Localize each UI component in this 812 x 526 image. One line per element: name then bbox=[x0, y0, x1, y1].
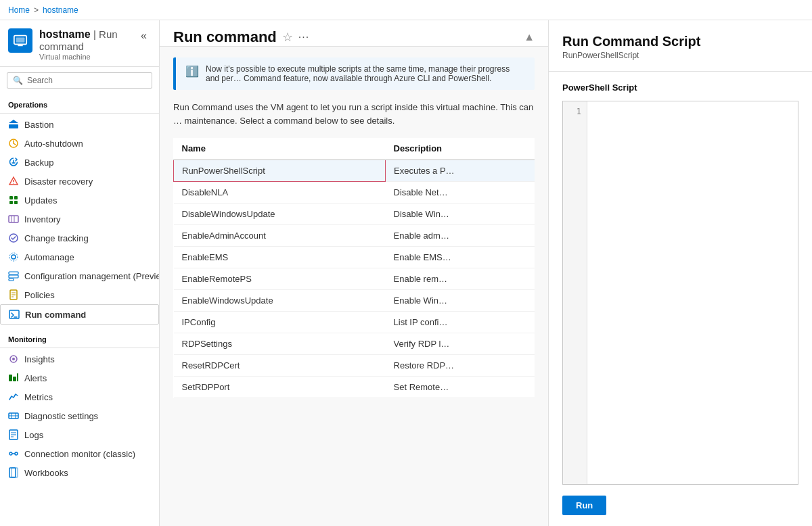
section-divider-monitoring bbox=[0, 348, 159, 348]
policies-icon bbox=[8, 289, 19, 300]
row-description: Set Remote… bbox=[386, 377, 535, 398]
sidebar-item-configuration-management[interactable]: Configuration management (Preview) bbox=[0, 266, 159, 285]
col-name: Name bbox=[174, 138, 386, 160]
row-name: EnableWindowsUpdate bbox=[174, 290, 386, 312]
page-title: Run command bbox=[173, 28, 277, 46]
right-panel-body: PowerShell Script 1 Run bbox=[549, 72, 812, 526]
svg-point-32 bbox=[12, 358, 15, 360]
sidebar-title-area: hostname | Run command Virtual machine bbox=[39, 28, 130, 61]
table-row[interactable]: EnableEMSEnable EMS… bbox=[174, 247, 535, 268]
info-banner: ℹ️ Now it's possible to execute multiple… bbox=[173, 57, 535, 90]
col-description: Description bbox=[386, 138, 535, 160]
breadcrumb-current[interactable]: hostname bbox=[43, 5, 78, 15]
table-row[interactable]: IPConfigList IP confi… bbox=[174, 312, 535, 333]
svg-rect-4 bbox=[9, 124, 18, 128]
row-description: Disable Net… bbox=[386, 182, 535, 204]
search-box[interactable]: 🔍 Search bbox=[7, 72, 152, 89]
row-description: Enable Win… bbox=[386, 290, 535, 312]
sidebar-item-diagnostic-settings[interactable]: Diagnostic settings bbox=[0, 406, 159, 425]
sidebar-item-alerts[interactable]: Alerts bbox=[0, 368, 159, 387]
sidebar-item-auto-shutdown-label: Auto-shutdown bbox=[24, 139, 83, 149]
table-row[interactable]: EnableAdminAccountEnable adm… bbox=[174, 225, 535, 247]
bastion-icon bbox=[8, 119, 19, 130]
sidebar-item-disaster-recovery[interactable]: Disaster recovery bbox=[0, 172, 159, 191]
script-textarea[interactable] bbox=[587, 101, 798, 484]
sidebar-item-run-command[interactable]: Run command bbox=[0, 304, 159, 325]
insights-icon bbox=[8, 354, 19, 364]
sidebar-item-disaster-recovery-label: Disaster recovery bbox=[24, 176, 93, 187]
table-row[interactable]: ResetRDPCertRestore RDP… bbox=[174, 355, 535, 377]
table-row[interactable]: RunPowerShellScriptExecutes a P… bbox=[174, 160, 535, 182]
change-tracking-icon bbox=[8, 233, 19, 243]
sidebar-item-backup[interactable]: Backup bbox=[0, 153, 159, 172]
sidebar-item-change-tracking[interactable]: Change tracking bbox=[0, 229, 159, 247]
sidebar-item-automanage[interactable]: Automanage bbox=[0, 247, 159, 266]
svg-rect-1 bbox=[16, 37, 25, 42]
svg-rect-48 bbox=[12, 468, 18, 477]
main-layout: hostname | Run command Virtual machine «… bbox=[0, 20, 812, 526]
sidebar: hostname | Run command Virtual machine «… bbox=[0, 20, 160, 526]
sidebar-header: hostname | Run command Virtual machine « bbox=[0, 20, 159, 67]
auto-shutdown-icon bbox=[8, 138, 19, 149]
diagnostic-icon bbox=[8, 410, 19, 421]
row-name: EnableAdminAccount bbox=[174, 225, 386, 247]
logs-icon bbox=[8, 429, 19, 440]
row-description: Enable adm… bbox=[386, 225, 535, 247]
more-button[interactable]: ··· bbox=[298, 31, 309, 43]
sidebar-item-change-tracking-label: Change tracking bbox=[24, 233, 89, 243]
breadcrumb-home[interactable]: Home bbox=[8, 5, 30, 15]
sidebar-item-policies-label: Policies bbox=[24, 290, 55, 300]
sidebar-item-bastion[interactable]: Bastion bbox=[0, 115, 159, 134]
sidebar-item-workbooks[interactable]: Workbooks bbox=[0, 463, 159, 482]
row-name: EnableEMS bbox=[174, 247, 386, 268]
config-icon bbox=[8, 270, 19, 281]
table-row[interactable]: EnableWindowsUpdateEnable Win… bbox=[174, 290, 535, 312]
sidebar-item-backup-label: Backup bbox=[24, 158, 53, 168]
page-description: Run Command uses the VM agent to let you… bbox=[160, 101, 548, 138]
sidebar-item-connection-monitor[interactable]: Connection monitor (classic) bbox=[0, 444, 159, 463]
search-icon: 🔍 bbox=[13, 76, 23, 85]
breadcrumb: Home > hostname bbox=[8, 5, 78, 15]
row-name: IPConfig bbox=[174, 312, 386, 333]
svg-rect-24 bbox=[9, 279, 14, 281]
table-row[interactable]: DisableNLADisable Net… bbox=[174, 182, 535, 204]
sidebar-item-configuration-management-label: Configuration management (Preview) bbox=[24, 271, 159, 281]
section-operations: Operations bbox=[0, 94, 159, 112]
row-description: Executes a P… bbox=[386, 160, 535, 182]
sidebar-item-metrics-label: Metrics bbox=[24, 392, 53, 402]
row-description: List IP confi… bbox=[386, 312, 535, 333]
svg-point-11 bbox=[13, 183, 14, 183]
sidebar-item-policies[interactable]: Policies bbox=[0, 285, 159, 304]
sidebar-item-workbooks-label: Workbooks bbox=[24, 468, 68, 478]
star-button[interactable]: ☆ bbox=[282, 30, 293, 45]
workbooks-icon bbox=[8, 467, 19, 478]
sidebar-vm-name: hostname | Run command bbox=[39, 28, 130, 53]
row-name: SetRDPPort bbox=[174, 377, 386, 398]
collapse-button[interactable]: « bbox=[137, 28, 151, 43]
search-container: 🔍 Search bbox=[0, 67, 159, 94]
sidebar-item-logs[interactable]: Logs bbox=[0, 425, 159, 444]
table-row[interactable]: EnableRemotePSEnable rem… bbox=[174, 268, 535, 290]
sidebar-item-inventory-label: Inventory bbox=[24, 214, 60, 224]
code-editor: 1 bbox=[562, 101, 798, 485]
sidebar-item-inventory[interactable]: Inventory bbox=[0, 210, 159, 229]
sidebar-item-auto-shutdown[interactable]: Auto-shutdown bbox=[0, 134, 159, 153]
table-row[interactable]: RDPSettingsVerify RDP l… bbox=[174, 333, 535, 355]
sidebar-item-alerts-label: Alerts bbox=[24, 373, 47, 383]
row-name: RunPowerShellScript bbox=[174, 160, 386, 182]
row-name: ResetRDPCert bbox=[174, 355, 386, 377]
sidebar-item-insights-label: Insights bbox=[24, 354, 55, 364]
row-name: DisableWindowsUpdate bbox=[174, 204, 386, 225]
alerts-icon bbox=[8, 373, 19, 383]
svg-rect-23 bbox=[9, 275, 18, 278]
sidebar-vm-subtitle: Virtual machine bbox=[39, 53, 130, 61]
sidebar-item-updates[interactable]: Updates bbox=[0, 191, 159, 210]
table-row[interactable]: SetRDPPortSet Remote… bbox=[174, 377, 535, 398]
table-row[interactable]: DisableWindowsUpdateDisable Win… bbox=[174, 204, 535, 225]
run-button[interactable]: Run bbox=[562, 496, 606, 515]
row-description: Enable rem… bbox=[386, 268, 535, 290]
scroll-indicator: ▲ bbox=[524, 31, 535, 43]
sidebar-item-insights[interactable]: Insights bbox=[0, 350, 159, 368]
sidebar-item-connection-monitor-label: Connection monitor (classic) bbox=[24, 449, 135, 459]
sidebar-item-metrics[interactable]: Metrics bbox=[0, 387, 159, 406]
